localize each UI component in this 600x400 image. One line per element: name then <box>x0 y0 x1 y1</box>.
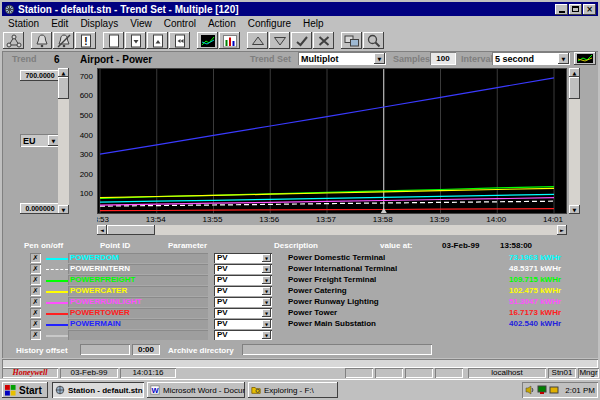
scroll-up-icon[interactable]: ▲ <box>58 68 69 77</box>
pen-checkbox[interactable]: ✗ <box>30 275 41 285</box>
chevron-down-icon[interactable]: ▼ <box>558 53 569 64</box>
lower-button[interactable] <box>269 32 290 49</box>
task-button-station[interactable]: Station - default.stn -... <box>52 382 144 398</box>
history-offset-label: History offset <box>16 346 68 355</box>
zoom-button[interactable] <box>363 32 384 49</box>
page-up-button[interactable] <box>147 32 168 49</box>
trend-display: Trend 6 Airport - Power Trend Set Multip… <box>2 51 598 358</box>
alarm-bell-button[interactable] <box>31 32 52 49</box>
menu-action[interactable]: Action <box>202 17 242 30</box>
display-tray-icon[interactable] <box>549 385 559 395</box>
interval-dropdown[interactable]: 5 second ▼ <box>492 52 570 65</box>
archive-directory-input[interactable] <box>242 344 432 355</box>
parameter-dropdown[interactable]: PV▼ <box>214 330 272 340</box>
chevron-down-icon[interactable]: ▼ <box>262 287 271 295</box>
history-offset-input[interactable] <box>80 344 130 355</box>
bar-chart-button[interactable] <box>219 32 240 49</box>
menu-help[interactable]: Help <box>297 17 330 30</box>
pen-checkbox[interactable]: ✗ <box>30 297 41 307</box>
axis-max-box[interactable]: 700.0000 <box>20 70 60 81</box>
chevron-down-icon[interactable]: ▼ <box>262 320 271 328</box>
accept-button[interactable] <box>291 32 312 49</box>
parameter-dropdown[interactable]: PV▼ <box>214 319 272 329</box>
scrollbar-thumb[interactable] <box>107 225 155 235</box>
scroll-up-icon[interactable]: ▲ <box>569 68 580 77</box>
parameter-dropdown[interactable]: PV▼ <box>214 297 272 307</box>
trend-set-dropdown[interactable]: Multiplot ▼ <box>298 52 386 65</box>
page-blank-button[interactable] <box>103 32 124 49</box>
task-button-word[interactable]: WMicrosoft Word - Document1 <box>147 382 245 398</box>
chevron-down-icon[interactable]: ▼ <box>262 298 271 306</box>
scroll-right-icon[interactable]: ► <box>557 225 567 235</box>
parameter-dropdown[interactable]: PV▼ <box>214 308 272 318</box>
start-button[interactable]: Start <box>2 382 48 398</box>
status-host: localhost <box>468 368 546 378</box>
point-id-field[interactable]: POWERINTERN <box>68 264 208 274</box>
point-id-field[interactable]: POWERDOM <box>68 253 208 263</box>
trend-popup-button[interactable] <box>574 52 596 65</box>
y-axis-scrollbar[interactable]: ▲ ▼ <box>58 68 69 214</box>
point-id-field[interactable] <box>68 330 208 340</box>
parameter-dropdown[interactable]: PV▼ <box>214 275 272 285</box>
station-tray-icon[interactable] <box>537 385 547 395</box>
alarm-summary-button[interactable]: ! <box>75 32 96 49</box>
parameter-dropdown[interactable]: PV▼ <box>214 253 272 263</box>
alarm-summary-icon: ! <box>78 34 94 48</box>
minimize-button[interactable] <box>555 4 568 15</box>
chevron-down-icon[interactable]: ▼ <box>374 53 385 64</box>
trend-display-button[interactable] <box>197 32 218 49</box>
point-id-field[interactable]: POWERFREIGHT <box>68 275 208 285</box>
chevron-down-icon[interactable]: ▼ <box>262 276 271 284</box>
task-button-explorer[interactable]: Exploring - F:\ <box>248 382 338 398</box>
parameter-dropdown[interactable]: PV▼ <box>214 264 272 274</box>
trend-plot-area[interactable] <box>97 68 567 214</box>
history-offset-value[interactable]: 0:00 <box>132 344 160 355</box>
chevron-down-icon[interactable]: ▼ <box>262 331 271 339</box>
right-scrollbar[interactable]: ▲ ▼ <box>569 68 580 214</box>
menu-displays[interactable]: Displays <box>74 17 124 30</box>
chevron-down-icon[interactable]: ▼ <box>262 309 271 317</box>
pen-checkbox[interactable]: ✗ <box>30 319 41 329</box>
trend-number[interactable]: 6 <box>54 54 60 65</box>
menu-edit[interactable]: Edit <box>45 17 74 30</box>
axis-min-box[interactable]: 0.000000 <box>20 203 60 214</box>
maximize-button[interactable] <box>569 4 582 15</box>
point-id-field[interactable]: POWERMAIN <box>68 319 208 329</box>
scroll-down-icon[interactable]: ▼ <box>569 205 580 214</box>
point-id-field[interactable]: POWERTOWER <box>68 308 208 318</box>
chevron-down-icon[interactable]: ▼ <box>262 254 271 262</box>
raise-button[interactable] <box>247 32 268 49</box>
menu-control[interactable]: Control <box>158 17 202 30</box>
menu-configure[interactable]: Configure <box>242 17 297 30</box>
pen-checkbox[interactable]: ✗ <box>30 264 41 274</box>
eu-dropdown[interactable]: EU ▼ <box>20 134 60 147</box>
pen-checkbox[interactable]: ✗ <box>30 286 41 296</box>
scrollbar-thumb[interactable] <box>569 77 580 99</box>
page-down-button[interactable] <box>125 32 146 49</box>
close-button[interactable]: × <box>583 4 596 15</box>
network-button[interactable] <box>3 32 24 49</box>
pen-checkbox[interactable]: ✗ <box>30 253 41 263</box>
point-id-field[interactable]: POWERCATER <box>68 286 208 296</box>
page-recall-button[interactable] <box>169 32 190 49</box>
associated-display-button[interactable] <box>341 32 362 49</box>
scrollbar-thumb[interactable] <box>58 77 69 99</box>
pen-checkbox[interactable]: ✗ <box>30 308 41 318</box>
scroll-down-icon[interactable]: ▼ <box>58 205 69 214</box>
time-scrollbar[interactable]: ◄ ► <box>97 225 567 235</box>
scroll-left-icon[interactable]: ◄ <box>97 225 107 235</box>
pen-checkbox[interactable]: ✗ <box>30 330 41 340</box>
menu-station[interactable]: Station <box>2 17 45 30</box>
menu-view[interactable]: View <box>124 17 158 30</box>
parameter-dropdown[interactable]: PV▼ <box>214 286 272 296</box>
point-id-field[interactable]: POWERRUNLIGHT <box>68 297 208 307</box>
y-axis-tick-label: 500 <box>80 111 93 120</box>
volume-icon[interactable] <box>525 385 535 395</box>
taskbar-clock[interactable]: 2:01 PM <box>565 386 595 395</box>
cancel-button[interactable] <box>313 32 334 49</box>
alarm-disable-button[interactable] <box>53 32 74 49</box>
title-bar[interactable]: Station - default.stn - Trend Set - Mult… <box>2 2 598 16</box>
pen-header: Pen on/off <box>24 241 63 250</box>
samples-input[interactable]: 100 <box>430 52 456 65</box>
chevron-down-icon[interactable]: ▼ <box>262 265 271 273</box>
